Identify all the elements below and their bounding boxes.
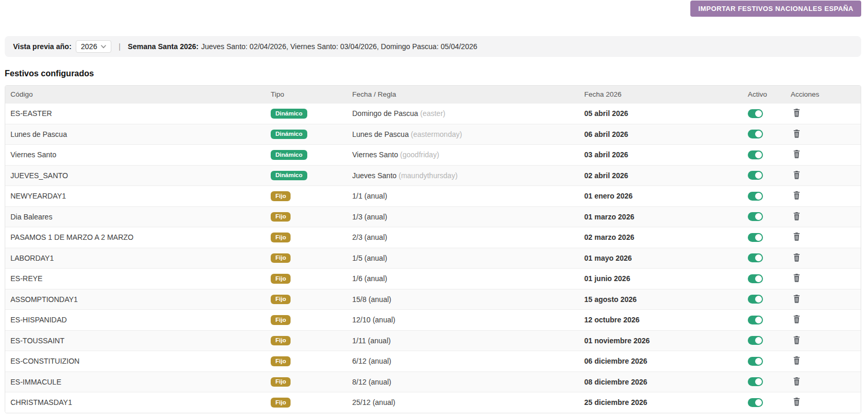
date-2026: 01 mayo 2026 [579, 254, 743, 262]
table-row: Dia Baleares Fijo 1/3 (anual) 01 marzo 2… [5, 206, 861, 227]
semana-santa-label: Semana Santa 2026: [128, 42, 199, 51]
active-toggle[interactable] [748, 357, 763, 366]
table-row: ES-REYE Fijo 1/6 (anual) 01 junio 2026 [5, 268, 861, 289]
type-badge: Fijo [271, 274, 291, 284]
delete-button[interactable] [791, 129, 801, 138]
toggle-knob [755, 234, 762, 241]
trash-icon [793, 191, 801, 200]
table-row: CHRISTMASDAY1 Fijo 25/12 (anual) 25 dici… [5, 392, 861, 413]
rule-text: 6/12 (anual) [352, 357, 391, 365]
year-select-value: 2026 [81, 42, 97, 51]
delete-button[interactable] [791, 149, 801, 158]
type-badge: Dinámico [271, 130, 307, 140]
active-toggle[interactable] [748, 109, 763, 118]
rule-hint: (goodfriday) [400, 150, 439, 159]
active-toggle[interactable] [748, 377, 763, 386]
table-header-row: Código Tipo Fecha / Regla Fecha 2026 Act… [5, 86, 861, 103]
toggle-knob [755, 317, 762, 323]
date-2026: 08 diciembre 2026 [579, 378, 743, 386]
active-toggle[interactable] [748, 253, 763, 262]
delete-button[interactable] [791, 108, 801, 117]
rule-hint: (eastermonday) [411, 130, 462, 138]
holiday-code: LABORDAY1 [5, 254, 265, 262]
active-toggle[interactable] [748, 233, 763, 242]
date-2026: 12 octubre 2026 [579, 316, 743, 324]
active-toggle[interactable] [748, 336, 763, 345]
trash-icon [793, 294, 801, 303]
holidays-config-page: IMPORTAR FESTIVOS NACIONALES ESPAÑA Vist… [0, 0, 868, 418]
holiday-code: Viernes Santo [5, 150, 265, 159]
table-row: ES-EASTER Dinámico Domingo de Pascua (ea… [5, 103, 861, 124]
table-row: ES-CONSTITUIZION Fijo 6/12 (anual) 06 di… [5, 351, 861, 371]
rule-text: 25/12 (anual) [352, 398, 396, 407]
table-row: PASAMOS 1 DE MARZO A 2 MARZO Fijo 2/3 (a… [5, 227, 861, 248]
toggle-knob [755, 254, 762, 261]
type-badge: Fijo [271, 212, 291, 222]
active-toggle[interactable] [748, 398, 763, 407]
trash-icon [793, 108, 801, 117]
trash-icon [793, 273, 801, 282]
active-toggle[interactable] [748, 316, 763, 324]
delete-button[interactable] [791, 253, 801, 262]
delete-button[interactable] [791, 170, 801, 179]
active-toggle[interactable] [748, 171, 763, 180]
year-select[interactable]: 2026 [76, 40, 111, 53]
active-toggle[interactable] [748, 192, 763, 201]
date-2026: 02 marzo 2026 [579, 233, 743, 241]
delete-button[interactable] [791, 232, 801, 241]
toggle-knob [755, 110, 762, 117]
holiday-code: JUEVES_SANTO [5, 171, 265, 180]
separator: | [119, 42, 121, 51]
delete-button[interactable] [791, 315, 801, 323]
delete-button[interactable] [791, 397, 801, 406]
rule-text: 1/11 (anual) [352, 336, 391, 345]
rule-text: 2/3 (anual) [352, 233, 387, 241]
rule-text: 1/6 (anual) [352, 274, 387, 283]
date-2026: 02 abril 2026 [579, 171, 743, 180]
trash-icon [793, 129, 801, 138]
type-badge: Dinámico [271, 171, 307, 181]
active-toggle[interactable] [748, 274, 763, 283]
delete-button[interactable] [791, 294, 801, 303]
type-badge: Fijo [271, 253, 291, 263]
toggle-knob [755, 172, 762, 179]
delete-button[interactable] [791, 191, 801, 200]
date-2026: 06 abril 2026 [579, 130, 743, 138]
header-tipo: Tipo [265, 90, 347, 98]
holiday-code: ES-REYE [5, 274, 265, 283]
table-row: Lunes de Pascua Dinámico Lunes de Pascua… [5, 124, 861, 145]
date-2026: 06 diciembre 2026 [579, 357, 743, 365]
table-row: ASSOMPTIONDAY1 Fijo 15/8 (anual) 15 agos… [5, 289, 861, 310]
import-national-holidays-button[interactable]: IMPORTAR FESTIVOS NACIONALES ESPAÑA [690, 1, 861, 17]
delete-button[interactable] [791, 377, 801, 386]
active-toggle[interactable] [748, 130, 763, 138]
holiday-code: ES-CONSTITUIZION [5, 357, 265, 365]
rule-text: Lunes de Pascua [352, 130, 409, 138]
type-badge: Fijo [271, 191, 291, 201]
table-row: Viernes Santo Dinámico Viernes Santo (go… [5, 144, 861, 165]
delete-button[interactable] [791, 356, 801, 365]
rule-hint: (easter) [420, 109, 445, 118]
delete-button[interactable] [791, 273, 801, 282]
type-badge: Fijo [271, 336, 291, 346]
active-toggle[interactable] [748, 150, 763, 159]
date-2026: 15 agosto 2026 [579, 295, 743, 304]
toggle-knob [755, 337, 762, 344]
type-badge: Fijo [271, 377, 291, 387]
toggle-knob [755, 399, 762, 406]
type-badge: Dinámico [271, 150, 307, 160]
table-body: ES-EASTER Dinámico Domingo de Pascua (ea… [5, 103, 861, 413]
active-toggle[interactable] [748, 212, 763, 221]
trash-icon [793, 397, 801, 406]
delete-button[interactable] [791, 212, 801, 220]
delete-button[interactable] [791, 335, 801, 344]
header-codigo: Código [5, 90, 265, 98]
active-toggle[interactable] [748, 295, 763, 304]
toggle-knob [755, 296, 762, 303]
trash-icon [793, 232, 801, 241]
type-badge: Fijo [271, 233, 291, 242]
rule-text: 12/10 (anual) [352, 316, 396, 324]
toggle-knob [755, 275, 762, 282]
trash-icon [793, 253, 801, 262]
table-row: NEWYEARDAY1 Fijo 1/1 (anual) 01 enero 20… [5, 185, 861, 206]
